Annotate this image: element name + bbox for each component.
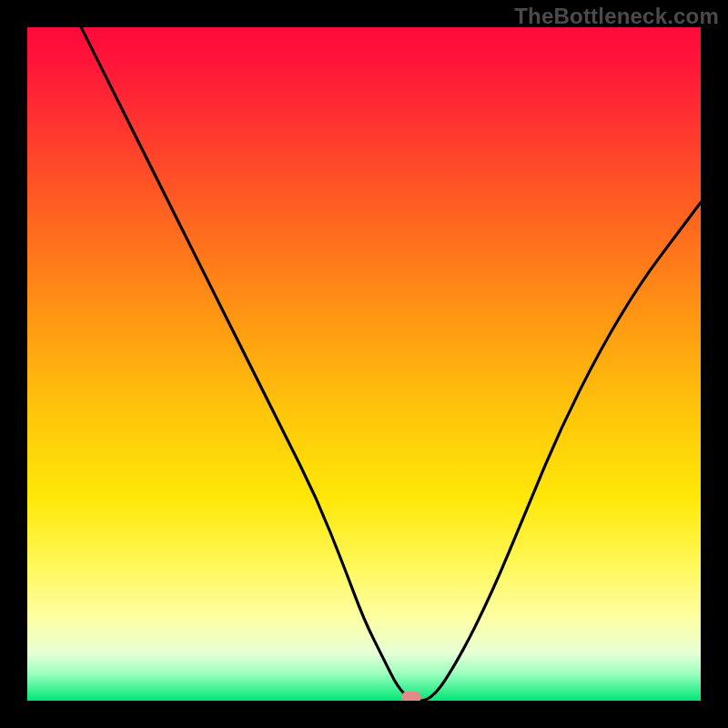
- plot-area: [27, 27, 701, 701]
- chart-frame: TheBottleneck.com: [0, 0, 728, 728]
- optimum-marker: [401, 692, 421, 701]
- curve-svg: [27, 27, 701, 701]
- watermark-text: TheBottleneck.com: [514, 4, 719, 29]
- bottleneck-curve-path: [81, 27, 701, 701]
